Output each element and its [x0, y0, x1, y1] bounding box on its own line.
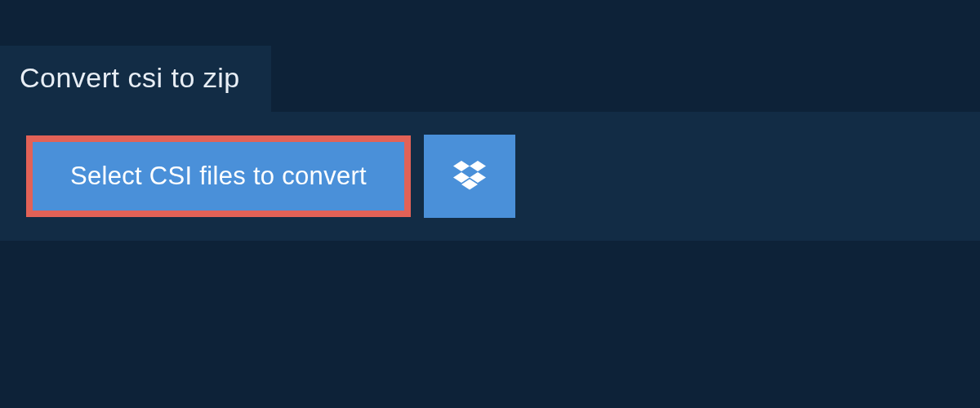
tab-label: Convert csi to zip [20, 62, 240, 93]
dropbox-icon [453, 161, 486, 193]
select-files-label: Select CSI files to convert [70, 162, 367, 190]
tab-bar: Convert csi to zip [0, 46, 980, 112]
select-files-button[interactable]: Select CSI files to convert [26, 135, 411, 217]
converter-panel: Select CSI files to convert [0, 112, 980, 241]
tab-convert[interactable]: Convert csi to zip [0, 46, 271, 112]
dropbox-button[interactable] [424, 135, 515, 218]
